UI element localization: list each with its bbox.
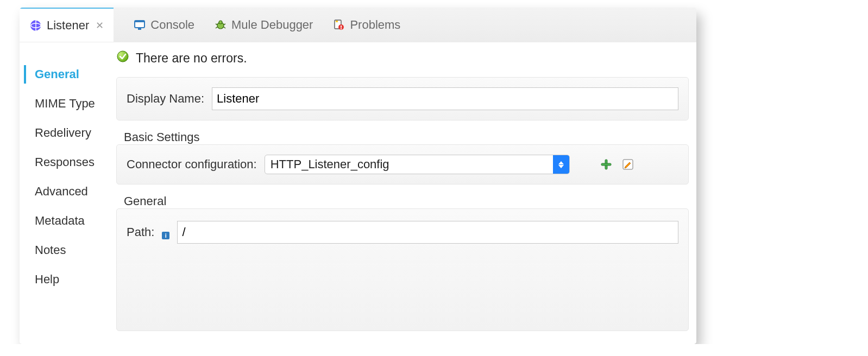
tab-listener[interactable]: Listener ✕ (20, 8, 114, 42)
sidebar-item-help[interactable]: Help (20, 265, 109, 294)
app-window: Listener ✕ Console (20, 8, 696, 344)
sidebar-item-notes[interactable]: Notes (20, 236, 109, 265)
general-section: Path: i (116, 208, 689, 331)
path-label: Path: (127, 225, 154, 239)
sidebar-item-label: MIME Type (35, 97, 95, 110)
connector-config-select[interactable]: HTTP_Listener_config (265, 155, 570, 174)
bug-icon (214, 18, 227, 31)
tab-mule-debugger[interactable]: Mule Debugger (204, 8, 323, 42)
panel-body: General MIME Type Redelivery Responses A… (20, 42, 696, 344)
check-circle-icon (116, 50, 129, 66)
svg-rect-16 (336, 21, 338, 22)
sidebar-item-metadata[interactable]: Metadata (20, 206, 109, 236)
sidebar: General MIME Type Redelivery Responses A… (20, 42, 109, 344)
edit-icon (622, 158, 634, 170)
sidebar-item-mime-type[interactable]: MIME Type (20, 89, 109, 118)
tab-console[interactable]: Console (123, 8, 204, 42)
svg-point-17 (117, 51, 128, 62)
tab-mule-debugger-label: Mule Debugger (231, 18, 313, 32)
tab-console-label: Console (150, 18, 194, 32)
svg-line-11 (223, 27, 225, 28)
svg-line-10 (216, 27, 218, 28)
main-content: There are no errors. Display Name: Basic… (109, 42, 696, 344)
svg-rect-4 (135, 21, 144, 22)
svg-rect-19 (601, 163, 611, 166)
sidebar-item-label: Responses (35, 155, 95, 169)
svg-rect-14 (341, 26, 342, 28)
sidebar-item-redelivery[interactable]: Redelivery (20, 118, 109, 148)
status-bar: There are no errors. (109, 42, 696, 75)
tabstrip: Listener ✕ Console (20, 8, 696, 42)
chevron-up-down-icon (553, 155, 569, 174)
info-icon: i (162, 232, 169, 239)
path-input[interactable] (177, 221, 678, 244)
close-icon[interactable]: ✕ (96, 20, 104, 31)
problems-icon (332, 18, 345, 31)
sidebar-item-advanced[interactable]: Advanced (20, 177, 109, 206)
general-section-legend: General (124, 194, 696, 208)
connector-config-label: Connector configuration: (127, 157, 257, 171)
sidebar-item-label: Metadata (35, 214, 85, 227)
sidebar-item-label: General (35, 67, 79, 81)
connector-config-value: HTTP_Listener_config (265, 157, 553, 171)
sidebar-item-label: Notes (35, 243, 66, 257)
display-name-input[interactable] (212, 87, 678, 110)
basic-settings-group: Connector configuration: HTTP_Listener_c… (116, 144, 689, 185)
basic-settings-legend: Basic Settings (124, 130, 696, 144)
add-config-button[interactable] (599, 157, 613, 171)
svg-rect-5 (138, 28, 141, 30)
sidebar-item-label: Redelivery (35, 126, 91, 139)
tab-listener-label: Listener (47, 18, 89, 33)
status-message: There are no errors. (136, 51, 247, 66)
sidebar-item-label: Advanced (35, 185, 88, 198)
edit-config-button[interactable] (621, 157, 635, 171)
svg-point-7 (219, 21, 222, 24)
display-name-label: Display Name: (127, 92, 204, 106)
sidebar-item-label: Help (35, 272, 59, 286)
tab-problems[interactable]: Problems (323, 8, 410, 42)
listener-icon (29, 19, 42, 32)
console-icon (133, 18, 146, 31)
sidebar-item-general[interactable]: General (20, 60, 109, 89)
tab-problems-label: Problems (350, 18, 400, 32)
plus-icon (600, 158, 612, 170)
sidebar-item-responses[interactable]: Responses (20, 148, 109, 177)
svg-rect-15 (341, 28, 342, 29)
display-name-group: Display Name: (116, 77, 689, 120)
